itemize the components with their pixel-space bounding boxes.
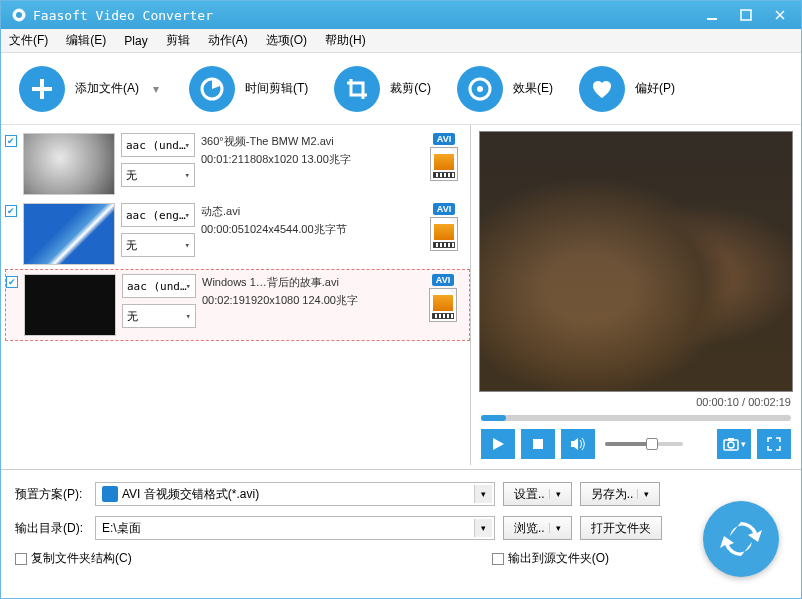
seek-slider[interactable] — [481, 415, 791, 421]
format-badge: AVI — [433, 133, 455, 145]
file-icon — [430, 147, 458, 181]
file-checkbox[interactable]: ✔ — [5, 135, 17, 147]
plus-icon — [19, 66, 65, 112]
maximize-button[interactable] — [729, 4, 763, 26]
add-file-button[interactable]: 添加文件(A) ▾ — [19, 66, 163, 112]
file-checkbox[interactable]: ✔ — [5, 205, 17, 217]
toolbar: 添加文件(A) ▾ 时间剪辑(T) 裁剪(C) 效果(E) 偏好(P) — [1, 53, 801, 125]
subtitle-select[interactable]: 无 — [122, 304, 196, 328]
copy-structure-checkbox[interactable]: 复制文件夹结构(C) — [15, 550, 132, 567]
file-info: 00:01:211808x1020 13.00兆字 — [201, 151, 418, 169]
time-display: 00:00:10 / 00:02:19 — [479, 392, 793, 413]
file-info: 00:02:191920x1080 124.00兆字 — [202, 292, 417, 310]
menu-edit[interactable]: 编辑(E) — [66, 32, 106, 49]
file-name: 动态.avi — [201, 203, 418, 221]
pref-button[interactable]: 偏好(P) — [579, 66, 675, 112]
svg-point-11 — [728, 442, 734, 448]
bottom-panel: 预置方案(P): AVI 音视频交错格式(*.avi)▾ 设置..▾ 另存为..… — [1, 474, 801, 585]
file-info: 00:00:051024x4544.00兆字节 — [201, 221, 418, 239]
subtitle-select[interactable]: 无 — [121, 163, 195, 187]
window-title: Faasoft Video Converter — [33, 8, 695, 23]
effect-button[interactable]: 效果(E) — [457, 66, 553, 112]
play-button[interactable] — [481, 429, 515, 459]
file-icon — [430, 217, 458, 251]
timer-icon — [189, 66, 235, 112]
svg-rect-2 — [707, 18, 717, 20]
menu-cut[interactable]: 剪辑 — [166, 32, 190, 49]
file-item[interactable]: ✔ aac (und… 无 360°视频-The BMW M2.avi 00:0… — [5, 129, 470, 199]
preview-panel: 00:00:10 / 00:02:19 ▾ — [471, 125, 801, 465]
file-item-selected[interactable]: ✔ aac (und… 无 Windows 1…背后的故事.avi 00:02:… — [5, 269, 470, 341]
output-path-input[interactable]: E:\桌面▾ — [95, 516, 495, 540]
app-logo-icon — [11, 7, 27, 23]
heart-icon — [579, 66, 625, 112]
audio-track-select[interactable]: aac (und… — [121, 133, 195, 157]
volume-slider[interactable] — [605, 442, 683, 446]
audio-track-select[interactable]: aac (und… — [122, 274, 196, 298]
titlebar: Faasoft Video Converter — [1, 1, 801, 29]
svg-rect-12 — [728, 438, 734, 441]
mute-button[interactable] — [561, 429, 595, 459]
close-button[interactable] — [763, 4, 797, 26]
crop-button[interactable]: 裁剪(C) — [334, 66, 431, 112]
menu-action[interactable]: 动作(A) — [208, 32, 248, 49]
file-name: Windows 1…背后的故事.avi — [202, 274, 417, 292]
format-button[interactable]: AVI — [424, 133, 464, 181]
fullscreen-button[interactable] — [757, 429, 791, 459]
saveas-button[interactable]: 另存为..▾ — [580, 482, 661, 506]
settings-button[interactable]: 设置..▾ — [503, 482, 572, 506]
audio-track-select[interactable]: aac (eng… — [121, 203, 195, 227]
pref-label: 偏好(P) — [635, 80, 675, 97]
file-list: ✔ aac (und… 无 360°视频-The BMW M2.avi 00:0… — [1, 125, 471, 465]
preset-select[interactable]: AVI 音视频交错格式(*.avi)▾ — [95, 482, 495, 506]
file-checkbox[interactable]: ✔ — [6, 276, 18, 288]
browse-button[interactable]: 浏览..▾ — [503, 516, 572, 540]
svg-point-1 — [16, 12, 22, 18]
trim-label: 时间剪辑(T) — [245, 80, 308, 97]
stop-button[interactable] — [521, 429, 555, 459]
svg-rect-9 — [533, 439, 543, 449]
svg-rect-5 — [32, 87, 52, 91]
open-folder-button[interactable]: 打开文件夹 — [580, 516, 662, 540]
convert-button[interactable] — [703, 501, 779, 577]
format-badge: AVI — [433, 203, 455, 215]
menu-option[interactable]: 选项(O) — [266, 32, 307, 49]
svg-rect-3 — [741, 10, 751, 20]
format-button[interactable]: AVI — [423, 274, 463, 322]
menu-play[interactable]: Play — [124, 34, 147, 48]
effect-label: 效果(E) — [513, 80, 553, 97]
format-button[interactable]: AVI — [424, 203, 464, 251]
file-thumbnail — [23, 203, 115, 265]
file-thumbnail — [24, 274, 116, 336]
minimize-button[interactable] — [695, 4, 729, 26]
format-badge: AVI — [432, 274, 454, 286]
file-icon — [429, 288, 457, 322]
preset-label: 预置方案(P): — [15, 486, 87, 503]
menu-file[interactable]: 文件(F) — [9, 32, 48, 49]
svg-point-8 — [477, 86, 483, 92]
crop-label: 裁剪(C) — [390, 80, 431, 97]
chevron-down-icon[interactable]: ▾ — [149, 82, 163, 96]
video-preview[interactable] — [479, 131, 793, 392]
output-to-source-checkbox[interactable]: 输出到源文件夹(O) — [492, 550, 609, 567]
menu-help[interactable]: 帮助(H) — [325, 32, 366, 49]
file-name: 360°视频-The BMW M2.avi — [201, 133, 418, 151]
file-thumbnail — [23, 133, 115, 195]
add-file-label: 添加文件(A) — [75, 80, 139, 97]
trim-button[interactable]: 时间剪辑(T) — [189, 66, 308, 112]
menubar: 文件(F) 编辑(E) Play 剪辑 动作(A) 选项(O) 帮助(H) — [1, 29, 801, 53]
output-label: 输出目录(D): — [15, 520, 87, 537]
subtitle-select[interactable]: 无 — [121, 233, 195, 257]
snapshot-button[interactable]: ▾ — [717, 429, 751, 459]
crop-icon — [334, 66, 380, 112]
main-area: ✔ aac (und… 无 360°视频-The BMW M2.avi 00:0… — [1, 125, 801, 465]
disc-icon — [457, 66, 503, 112]
file-item[interactable]: ✔ aac (eng… 无 动态.avi 00:00:051024x4544.0… — [5, 199, 470, 269]
